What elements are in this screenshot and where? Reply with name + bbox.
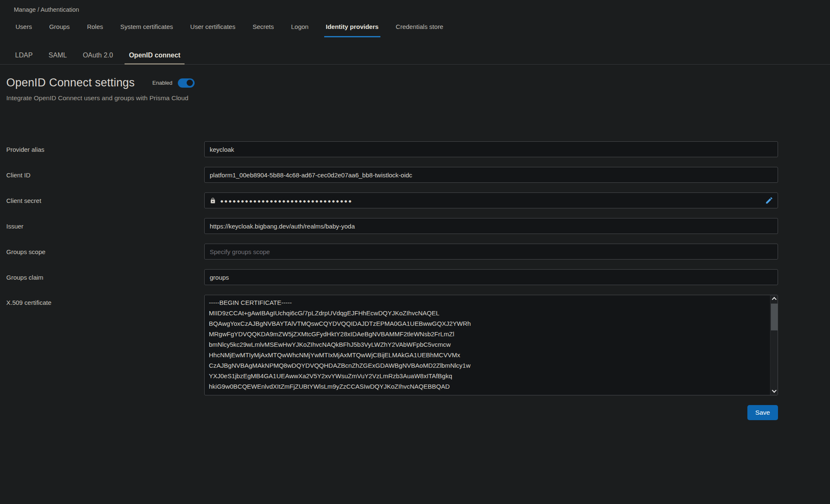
save-button[interactable]: Save	[747, 405, 778, 420]
subtab-saml[interactable]: SAML	[44, 48, 71, 65]
page-subtitle: Integrate OpenID Connect users and group…	[6, 94, 830, 102]
provider-alias-input[interactable]	[204, 141, 778, 157]
tab-credentials-store[interactable]: Credentials store	[394, 23, 445, 37]
scrollbar-thumb[interactable]	[771, 304, 778, 330]
subtab-oauth2[interactable]: OAuth 2.0	[78, 48, 117, 65]
client-secret-field[interactable]: ●●●●●●●●●●●●●●●●●●●●●●●●●●●●●●●●	[204, 192, 778, 208]
subtab-openid-connect[interactable]: OpenID connect	[125, 48, 185, 65]
subtab-ldap[interactable]: LDAP	[11, 48, 37, 65]
tab-logon[interactable]: Logon	[289, 23, 310, 37]
certificate-scrollbar[interactable]	[770, 295, 778, 395]
client-secret-masked-value: ●●●●●●●●●●●●●●●●●●●●●●●●●●●●●●●●	[220, 197, 352, 204]
lock-icon	[210, 197, 216, 204]
pencil-icon[interactable]	[765, 196, 773, 205]
issuer-input[interactable]	[204, 218, 778, 234]
groups-scope-input[interactable]	[204, 244, 778, 260]
breadcrumb-authentication: Authentication	[41, 6, 79, 13]
sub-tab-bar: LDAP SAML OAuth 2.0 OpenID connect	[0, 48, 830, 65]
groups-scope-label: Groups scope	[6, 248, 204, 255]
provider-alias-label: Provider alias	[6, 146, 204, 153]
groups-claim-label: Groups claim	[6, 274, 204, 281]
groups-claim-input[interactable]	[204, 269, 778, 285]
scroll-up-icon[interactable]	[770, 295, 778, 303]
tab-secrets[interactable]: Secrets	[251, 23, 276, 37]
main-tab-bar: Users Groups Roles System certificates U…	[0, 23, 830, 37]
page-title: OpenID Connect settings	[6, 76, 135, 89]
tab-roles[interactable]: Roles	[85, 23, 104, 37]
tab-users[interactable]: Users	[14, 23, 34, 37]
enabled-toggle[interactable]	[178, 78, 195, 88]
x509-certificate-textarea[interactable]: -----BEGIN CERTIFICATE----- MIID9zCCAt+g…	[205, 295, 770, 395]
enabled-label: Enabled	[152, 80, 172, 86]
client-id-label: Client ID	[6, 171, 204, 179]
breadcrumb: Manage / Authentication	[0, 0, 830, 13]
tab-user-certificates[interactable]: User certificates	[189, 23, 237, 37]
toggle-knob-icon	[187, 80, 193, 86]
tab-identity-providers[interactable]: Identity providers	[324, 23, 380, 37]
x509-certificate-box: -----BEGIN CERTIFICATE----- MIID9zCCAt+g…	[204, 295, 778, 395]
tab-groups[interactable]: Groups	[47, 23, 71, 37]
scroll-down-icon[interactable]	[770, 387, 778, 395]
breadcrumb-separator: /	[37, 6, 40, 13]
tab-system-certificates[interactable]: System certificates	[119, 23, 175, 37]
x509-certificate-label: X.509 certificate	[6, 295, 204, 306]
client-id-input[interactable]	[204, 167, 778, 183]
client-secret-label: Client secret	[6, 197, 204, 204]
breadcrumb-manage[interactable]: Manage	[14, 6, 36, 13]
issuer-label: Issuer	[6, 223, 204, 230]
